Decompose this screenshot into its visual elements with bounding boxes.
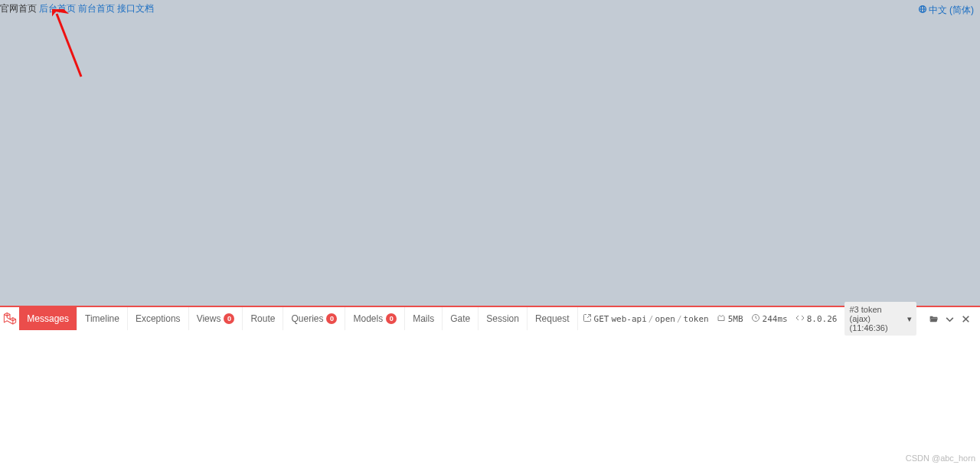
tab-route[interactable]: Route <box>243 307 283 330</box>
php-version-stat[interactable]: 8.0.26 <box>795 313 838 325</box>
share-icon <box>583 313 592 325</box>
tab-queries[interactable]: Queries0 <box>283 307 345 330</box>
tab-models[interactable]: Models0 <box>345 307 405 330</box>
close-button[interactable] <box>961 314 971 324</box>
svg-line-0 <box>57 14 81 77</box>
clock-icon <box>751 313 760 325</box>
language-label: 中文 (简体) <box>929 4 974 17</box>
debugbar-tabs: Messages Timeline Exceptions Views0 Rout… <box>19 307 577 330</box>
nav-link-api-docs[interactable]: 接口文档 <box>117 2 154 15</box>
debugbar: Messages Timeline Exceptions Views0 Rout… <box>0 306 980 330</box>
tab-mails[interactable]: Mails <box>405 307 443 330</box>
tab-timeline[interactable]: Timeline <box>77 307 128 330</box>
language-switcher[interactable]: 中文 (简体) <box>918 4 974 17</box>
minimize-button[interactable] <box>945 314 955 324</box>
views-badge: 0 <box>224 313 234 324</box>
debugbar-status: GET web-api/open/token 5MB 244ms 8.0.26 … <box>578 307 980 330</box>
current-route[interactable]: GET web-api/open/token <box>583 313 709 325</box>
request-history-selector[interactable]: #3 token (ajax) (11:46:36) ▾ <box>844 302 916 336</box>
page-content-area: 官网首页 后台首页 前台首页 接口文档 中文 (简体) <box>0 0 980 306</box>
debugbar-controls <box>924 314 975 324</box>
tab-exceptions[interactable]: Exceptions <box>128 307 189 330</box>
nav-link-front-home[interactable]: 前台首页 <box>78 2 115 15</box>
memory-stat[interactable]: 5MB <box>717 313 743 325</box>
code-icon <box>795 313 805 325</box>
tab-views[interactable]: Views0 <box>189 307 243 330</box>
dropdown-caret-icon: ▾ <box>907 314 912 324</box>
nav-link-admin-home[interactable]: 后台首页 <box>39 2 76 15</box>
time-stat[interactable]: 244ms <box>751 313 788 325</box>
site-title: 官网首页 <box>0 2 37 15</box>
models-badge: 0 <box>386 313 397 324</box>
annotation-arrow-icon <box>52 9 90 82</box>
memory-icon <box>717 313 726 325</box>
route-path: web-api/open/token <box>611 314 708 324</box>
http-method: GET <box>594 314 609 324</box>
queries-badge: 0 <box>326 313 337 324</box>
watermark: CSDN @abc_horn <box>906 454 975 463</box>
globe-icon <box>918 5 927 16</box>
folder-open-button[interactable] <box>929 314 939 324</box>
tab-messages[interactable]: Messages <box>19 307 77 330</box>
tab-gate[interactable]: Gate <box>443 307 479 330</box>
top-nav: 官网首页 后台首页 前台首页 接口文档 <box>0 2 154 15</box>
tab-session[interactable]: Session <box>479 307 528 330</box>
tab-request[interactable]: Request <box>528 307 578 330</box>
laravel-logo-icon[interactable] <box>0 307 19 330</box>
